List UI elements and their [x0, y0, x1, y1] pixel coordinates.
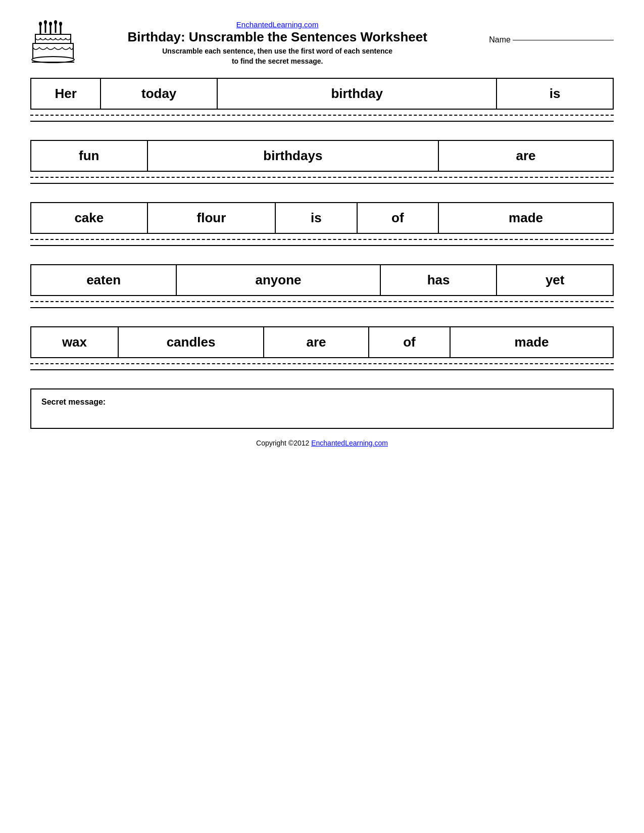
- name-label: Name: [489, 35, 511, 44]
- word-table-4: eaten anyone has yet: [30, 264, 614, 296]
- svg-point-9: [59, 22, 62, 26]
- sentence-block-3: cake flour is of made: [30, 202, 614, 246]
- word-cell: wax: [31, 327, 118, 358]
- sentence-block-2: fun birthdays are: [30, 140, 614, 184]
- word-cell: cake: [31, 203, 147, 233]
- word-cell: Her: [31, 78, 101, 109]
- answer-lines-4: [30, 301, 614, 308]
- page-header: EnchantedLearning.com Birthday: Unscramb…: [30, 20, 614, 66]
- cake-icon: [30, 20, 76, 66]
- word-cell: of: [357, 203, 438, 233]
- dotted-line: [30, 177, 614, 178]
- word-table-5: wax candles are of made: [30, 326, 614, 358]
- footer-site-link[interactable]: EnchantedLearning.com: [311, 439, 388, 447]
- word-cell: are: [438, 140, 613, 171]
- answer-lines-3: [30, 239, 614, 246]
- word-cell: made: [450, 327, 613, 358]
- word-cell: eaten: [31, 265, 176, 296]
- word-table-2: fun birthdays are: [30, 140, 614, 172]
- svg-point-5: [39, 22, 42, 26]
- site-link[interactable]: EnchantedLearning.com: [236, 20, 319, 29]
- word-cell: anyone: [176, 265, 380, 296]
- solid-line: [30, 369, 614, 370]
- worksheet-subtitle-1: Unscramble each sentence, then use the f…: [76, 47, 479, 55]
- sentence-block-4: eaten anyone has yet: [30, 264, 614, 308]
- worksheet-subtitle-2: to find the secret message.: [76, 57, 479, 65]
- word-table-3: cake flour is of made: [30, 202, 614, 234]
- word-cell: has: [380, 265, 497, 296]
- word-cell: of: [369, 327, 450, 358]
- answer-lines-2: [30, 177, 614, 184]
- secret-message-label: Secret message:: [41, 398, 106, 406]
- secret-message-box: Secret message:: [30, 388, 614, 429]
- dotted-line: [30, 301, 614, 302]
- word-table-1: Her today birthday is: [30, 78, 614, 110]
- word-cell: yet: [497, 265, 613, 296]
- word-cell: are: [264, 327, 369, 358]
- word-cell: today: [101, 78, 217, 109]
- word-cell: candles: [118, 327, 264, 358]
- word-cell: birthday: [217, 78, 497, 109]
- dotted-line: [30, 363, 614, 364]
- solid-line: [30, 245, 614, 246]
- copyright-text: Copyright: [256, 439, 286, 447]
- answer-lines-5: [30, 363, 614, 370]
- header-text-block: EnchantedLearning.com Birthday: Unscramb…: [76, 20, 479, 65]
- dotted-line: [30, 239, 614, 240]
- copyright-year: ©2012: [288, 439, 309, 447]
- sentence-block-5: wax candles are of made: [30, 326, 614, 370]
- dotted-line: [30, 115, 614, 116]
- word-cell: flour: [147, 203, 276, 233]
- word-cell: is: [275, 203, 357, 233]
- svg-point-7: [49, 22, 52, 26]
- name-field: Name: [489, 20, 614, 44]
- solid-line: [30, 183, 614, 184]
- svg-point-8: [54, 20, 57, 24]
- name-underline[interactable]: [513, 40, 614, 40]
- word-cell: fun: [31, 140, 147, 171]
- svg-point-6: [44, 20, 47, 24]
- sentence-block-1: Her today birthday is: [30, 78, 614, 122]
- solid-line: [30, 307, 614, 308]
- word-cell: birthdays: [147, 140, 439, 171]
- worksheet-title: Birthday: Unscramble the Sentences Works…: [76, 29, 479, 45]
- page-footer: Copyright ©2012 EnchantedLearning.com: [30, 439, 614, 447]
- answer-lines-1: [30, 115, 614, 122]
- word-cell: is: [497, 78, 613, 109]
- word-cell: made: [438, 203, 613, 233]
- solid-line: [30, 121, 614, 122]
